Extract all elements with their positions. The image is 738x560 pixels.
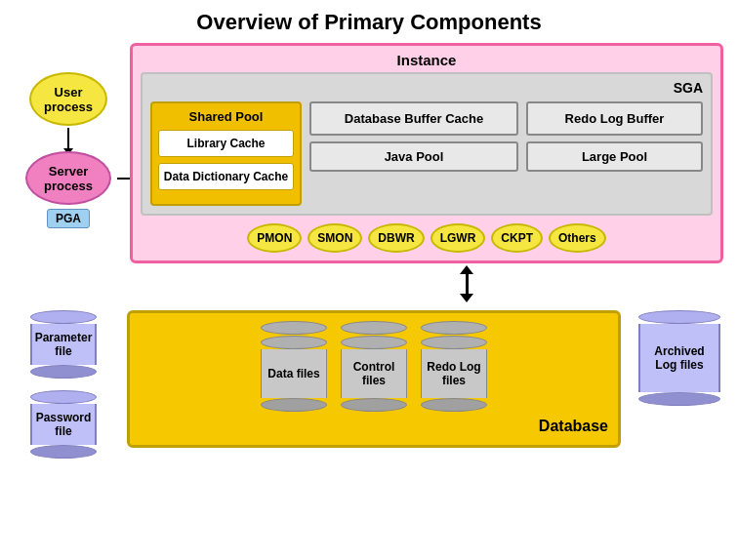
pga-badge: PGA <box>47 209 90 228</box>
redo-files-cap1 <box>421 321 487 335</box>
page-title: Overview of Primary Components <box>0 0 738 43</box>
redo-files-cylinder: Redo Log files <box>419 321 489 412</box>
server-process: Server process <box>25 151 111 205</box>
param-bottom <box>30 365 97 379</box>
archived-body: Archived Log files <box>638 324 720 392</box>
arrow-shaft <box>466 274 469 284</box>
left-column: User process Server process PGA <box>15 43 122 228</box>
archived-cap <box>638 310 720 324</box>
data-dictionary-cache-box: Data Dictionary Cache <box>158 163 294 190</box>
database-label: Database <box>140 418 608 435</box>
data-files-bottom <box>261 398 327 412</box>
process-dbwr: DBWR <box>368 223 424 253</box>
pwd-bottom <box>30 445 97 459</box>
library-cache-box: Library Cache <box>158 130 294 157</box>
arrow-user-to-server <box>67 128 69 149</box>
archived-bottom <box>638 392 720 406</box>
java-pool: Java Pool <box>309 141 518 172</box>
process-row: PMON SMON DBWR LGWR CKPT Others <box>141 223 713 253</box>
db-cylinders: Data files Control files Redo Log files <box>140 321 608 412</box>
pwd-body: Password file <box>30 404 97 445</box>
db-buffer-cache: Database Buffer Cache <box>309 101 518 136</box>
process-smon: SMON <box>308 223 362 253</box>
parameter-file-cylinder: Parameter file <box>30 310 97 379</box>
data-files-cylinder: Data files <box>259 321 329 412</box>
sga-right-bottom: Java Pool Large Pool <box>309 141 703 172</box>
user-process: User process <box>29 72 107 126</box>
process-ckpt: CKPT <box>491 223 543 253</box>
double-arrow <box>460 265 473 302</box>
param-body: Parameter file <box>30 324 97 365</box>
redo-files-mid <box>421 336 487 349</box>
shared-pool-label: Shared Pool <box>158 109 294 124</box>
data-files-body: Data files <box>261 349 327 398</box>
control-files-cap1 <box>341 321 407 335</box>
pwd-cap <box>30 390 97 404</box>
redo-log-buffer: Redo Log Buffer <box>526 101 703 136</box>
process-lgwr: LGWR <box>430 223 486 253</box>
process-pmon: PMON <box>247 223 302 253</box>
database-box: Data files Control files Redo Log files … <box>127 310 621 448</box>
control-files-mid <box>341 336 407 349</box>
control-files-body: Control files <box>341 349 407 398</box>
archived-log-col: Archived Log files <box>631 310 728 406</box>
instance-box: Instance SGA Shared Pool Library Cache D… <box>130 43 723 263</box>
arrow-down-head <box>460 294 473 302</box>
instance-label: Instance <box>141 52 713 68</box>
control-files-cylinder: Control files <box>339 321 409 412</box>
sga-right-top: Database Buffer Cache Redo Log Buffer <box>309 101 703 136</box>
double-arrow-container <box>195 265 738 302</box>
sga-box: SGA Shared Pool Library Cache Data Dicti… <box>141 72 713 216</box>
data-files-mid <box>261 336 327 349</box>
arrow-up-head <box>460 265 473 274</box>
sga-inner: Shared Pool Library Cache Data Dictionar… <box>150 101 703 206</box>
data-files-cap1 <box>261 321 327 335</box>
sga-right: Database Buffer Cache Redo Log Buffer Ja… <box>309 101 703 206</box>
param-cap <box>30 310 97 324</box>
control-files-bottom <box>341 398 407 412</box>
redo-files-body: Redo Log files <box>421 349 487 398</box>
process-others: Others <box>549 223 606 253</box>
sga-label: SGA <box>150 80 703 96</box>
arrow-shaft2 <box>466 284 469 294</box>
large-pool: Large Pool <box>526 141 703 172</box>
shared-pool-box: Shared Pool Library Cache Data Dictionar… <box>150 101 302 206</box>
redo-files-bottom <box>421 398 487 412</box>
bottom-section: Parameter file Password file Data files … <box>0 310 738 459</box>
archived-log-cylinder: Archived Log files <box>636 310 723 406</box>
left-files: Parameter file Password file <box>10 310 117 459</box>
password-file-cylinder: Password file <box>30 390 97 459</box>
